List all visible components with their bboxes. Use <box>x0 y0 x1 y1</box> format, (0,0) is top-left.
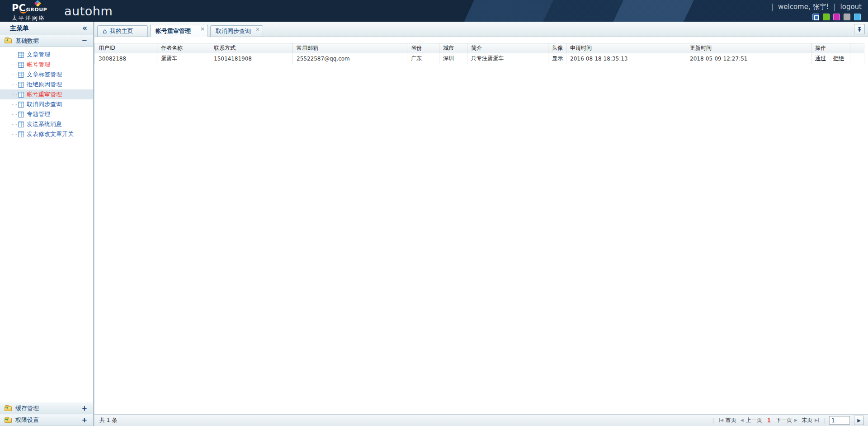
col-actions: 操作 <box>811 43 850 53</box>
table-icon <box>18 122 24 127</box>
cell-avatar: 显示 <box>548 53 566 64</box>
status-bar: 共 1 条 | ◀ 首页 ◀ 上一页 1 下一页 ▶ 末页 ▶ <box>94 414 868 426</box>
next-page-button[interactable]: 下一页 ▶ <box>776 417 797 424</box>
sidebar-item-label: 拒绝原因管理 <box>27 80 62 89</box>
last-page-icon: ▶ <box>815 418 819 422</box>
sidebar-item-account-review-mgmt[interactable]: 帐号重审管理 <box>0 89 93 99</box>
sidebar-title-bar: 主菜单 « <box>0 22 93 35</box>
tab-account-review-mgmt[interactable]: 帐号重审管理 × <box>150 25 208 37</box>
cell-apply-time: 2016-08-18 18:35:13 <box>566 53 686 64</box>
main-area: ⌂ 我的主页 帐号重审管理 × 取消同步查询 × ▼ ▼ <box>94 22 868 426</box>
cell-province: 广东 <box>407 53 439 64</box>
table-row: 30082188 蛋蛋车 15014181908 25522587@qq.com… <box>95 53 864 64</box>
first-page-button[interactable]: ◀ 首页 <box>719 417 736 424</box>
cell-email: 25522587@qq.com <box>293 53 407 64</box>
sidebar-section-basic-data[interactable]: 基础数据 − <box>0 35 93 47</box>
reject-link[interactable]: 拒绝 <box>833 55 844 61</box>
expand-plus-icon[interactable]: + <box>81 405 87 412</box>
sidebar-item-article-mgmt[interactable]: 文章管理 <box>0 50 93 60</box>
theme-switcher <box>812 14 862 20</box>
col-update-time: 更新时间 <box>686 43 811 53</box>
table-icon <box>18 92 24 98</box>
tab-label: 帐号重审管理 <box>156 27 191 35</box>
theme-gray-swatch[interactable] <box>844 14 850 20</box>
theme-skyblue-swatch[interactable] <box>854 14 861 20</box>
page-number-input[interactable] <box>829 416 850 425</box>
col-email: 常用邮箱 <box>293 43 407 53</box>
chevron-down-icon: ▼ <box>858 29 861 32</box>
theme-green-swatch[interactable] <box>823 14 830 20</box>
logout-link[interactable]: logout <box>840 3 862 11</box>
app-header: PCGROUP 太平洋网络 autohm | welcome, 张宇! | lo… <box>0 0 868 22</box>
prev-page-icon: ◀ <box>741 418 744 422</box>
col-user-id: 用户ID <box>95 43 157 53</box>
theme-magenta-swatch[interactable] <box>833 14 840 20</box>
expand-plus-icon[interactable]: + <box>81 417 87 424</box>
sidebar-item-cancel-sync-query[interactable]: 取消同步查询 <box>0 99 93 109</box>
table-icon <box>18 52 24 58</box>
separator: | <box>834 3 836 11</box>
brand-area: PCGROUP 太平洋网络 autohm <box>12 0 113 22</box>
col-province: 省份 <box>407 43 439 53</box>
cell-actions: 通过拒绝 <box>811 53 850 64</box>
cell-author-name: 蛋蛋车 <box>157 53 210 64</box>
sidebar-collapse-icon[interactable]: « <box>82 24 87 32</box>
last-page-button[interactable]: 末页 ▶ <box>802 417 819 424</box>
col-avatar: 头像 <box>548 43 566 53</box>
sidebar-item-reject-reason-mgmt[interactable]: 拒绝原因管理 <box>0 80 93 89</box>
table-icon <box>18 62 24 68</box>
logo-subtitle: 太平洋网络 <box>12 14 53 22</box>
logo-group-text: GROUP <box>26 7 47 12</box>
datagrid-panel: 用户ID 作者名称 联系方式 常用邮箱 省份 城市 简介 头像 申请时间 更新时… <box>94 37 868 414</box>
tab-overflow-button[interactable]: ▼ ▼ <box>854 24 865 34</box>
collapse-minus-icon[interactable]: − <box>81 37 87 44</box>
total-count: 共 1 条 <box>99 417 117 424</box>
col-city: 城市 <box>439 43 467 53</box>
go-to-page-button[interactable]: ▶ <box>854 416 864 425</box>
table-icon <box>18 102 24 108</box>
prev-page-button[interactable]: ◀ 上一页 <box>741 417 762 424</box>
sidebar-title: 主菜单 <box>10 24 29 33</box>
sidebar-item-label: 取消同步查询 <box>27 100 62 108</box>
sidebar-item-publish-edit-switch[interactable]: 发表修改文章开关 <box>0 129 93 139</box>
sidebar-item-label: 帐号重审管理 <box>27 90 62 98</box>
tab-my-homepage[interactable]: ⌂ 我的主页 <box>97 25 148 37</box>
sidebar-item-label: 专题管理 <box>27 110 50 118</box>
folder-icon <box>5 38 12 43</box>
pcgroup-logo: PCGROUP 太平洋网络 <box>12 0 53 22</box>
theme-blue-swatch[interactable] <box>812 14 819 20</box>
app-name: autohm <box>64 4 113 18</box>
sidebar: 主菜单 « 基础数据 − 文章管理 帐号管理 文章标签管理 拒绝原因管理 <box>0 22 94 426</box>
close-icon[interactable]: × <box>200 26 205 32</box>
first-page-icon: ◀ <box>719 418 723 422</box>
close-icon[interactable]: × <box>255 27 260 32</box>
approve-link[interactable]: 通过 <box>815 55 826 61</box>
tab-label: 取消同步查询 <box>216 27 251 35</box>
section-label: 基础数据 <box>15 37 39 45</box>
next-page-icon: ▶ <box>794 418 797 422</box>
separator: | <box>823 417 825 424</box>
sidebar-section-permission-settings[interactable]: 权限设置 + <box>0 414 93 426</box>
separator: | <box>713 417 715 424</box>
tab-cancel-sync-query[interactable]: 取消同步查询 × <box>210 25 263 37</box>
sidebar-item-topic-mgmt[interactable]: 专题管理 <box>0 109 93 119</box>
table-icon <box>18 82 24 88</box>
section-label: 缓存管理 <box>15 404 39 412</box>
sidebar-menu-tree: 文章管理 帐号管理 文章标签管理 拒绝原因管理 帐号重审管理 取消同步查询 <box>0 47 93 144</box>
sidebar-item-account-mgmt[interactable]: 帐号管理 <box>0 60 93 70</box>
go-arrow-icon: ▶ <box>857 418 861 423</box>
tab-label: 我的主页 <box>110 27 133 35</box>
col-intro: 简介 <box>467 43 548 53</box>
separator: | <box>771 3 774 11</box>
sidebar-item-send-system-message[interactable]: 发送系统消息 <box>0 119 93 129</box>
sidebar-item-label: 文章管理 <box>27 51 50 59</box>
table-header-row: 用户ID 作者名称 联系方式 常用邮箱 省份 城市 简介 头像 申请时间 更新时… <box>95 43 864 53</box>
cell-contact: 15014181908 <box>210 53 293 64</box>
cell-intro: 只专注蛋蛋车 <box>467 53 548 64</box>
sidebar-item-article-tag-mgmt[interactable]: 文章标签管理 <box>0 70 93 80</box>
folder-icon <box>5 406 12 411</box>
tab-bar: ⌂ 我的主页 帐号重审管理 × 取消同步查询 × ▼ ▼ <box>94 22 868 37</box>
sidebar-section-cache-mgmt[interactable]: 缓存管理 + <box>0 403 93 414</box>
filler-cell <box>850 53 864 64</box>
account-review-table: 用户ID 作者名称 联系方式 常用邮箱 省份 城市 简介 头像 申请时间 更新时… <box>94 43 864 64</box>
